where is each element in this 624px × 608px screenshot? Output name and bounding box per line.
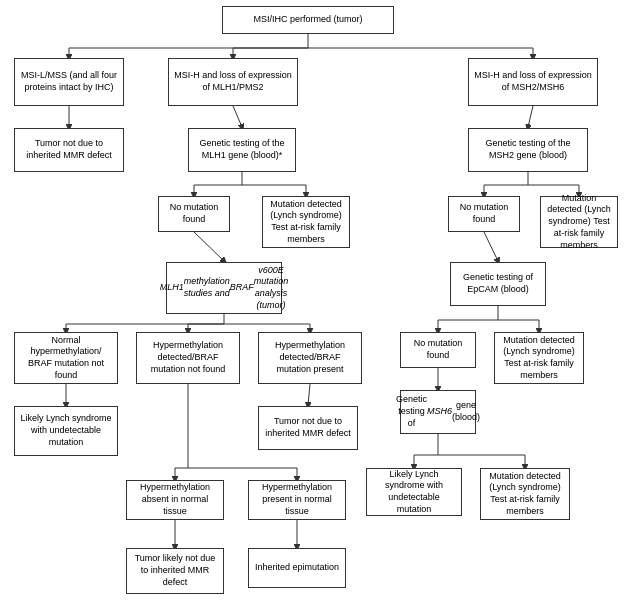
node-mut_det_epcam: Mutation detected (Lynch syndrome) Test … xyxy=(494,332,584,384)
node-mut_det_msh6: Mutation detected (Lynch syndrome) Test … xyxy=(480,468,570,520)
svg-line-9 xyxy=(233,106,242,127)
node-genetic_msh6: Genetic testing of MSH6 gene (blood) xyxy=(400,390,476,434)
node-mut_det_msh2: Mutation detected (Lynch syndrome) Test … xyxy=(540,196,618,248)
node-epcam: Genetic testing of EpCAM (blood) xyxy=(450,262,546,306)
node-mlh1_studies: MLH1 methylation studies and BRAF v600E … xyxy=(166,262,282,314)
svg-line-21 xyxy=(194,232,224,261)
svg-line-47 xyxy=(484,232,498,261)
node-genetic_msh2: Genetic testing of the MSH2 gene (blood) xyxy=(468,128,588,172)
node-mut_det_mlh1: Mutation detected (Lynch syndrome) Test … xyxy=(262,196,350,248)
node-no_mut_epcam: No mutation found xyxy=(400,332,476,368)
node-hyper_absent: Hypermethylation absent in normal tissue xyxy=(126,480,224,520)
node-no_mut_msh2: No mutation found xyxy=(448,196,520,232)
node-hyper_braf_not: Hypermethylation detected/BRAF mutation … xyxy=(136,332,240,384)
node-msi_l: MSI-L/MSS (and all four proteins intact … xyxy=(14,58,124,106)
node-not_inherited2: Tumor not due to inherited MMR defect xyxy=(258,406,358,450)
flowchart-diagram: MSI/IHC performed (tumor)MSI-L/MSS (and … xyxy=(0,0,624,608)
node-normal_hyper: Normal hypermethylation/ BRAF mutation n… xyxy=(14,332,118,384)
node-msi_h_msh2: MSI-H and loss of expression of MSH2/MSH… xyxy=(468,58,598,106)
node-tumor_not_inherited2: Tumor likely not due to inherited MMR de… xyxy=(126,548,224,594)
svg-line-10 xyxy=(528,106,533,127)
node-top: MSI/IHC performed (tumor) xyxy=(222,6,394,34)
node-inherited_epi: Inherited epimutation xyxy=(248,548,346,588)
node-not_inherited1: Tumor not due to inherited MMR defect xyxy=(14,128,124,172)
node-msi_h_mlh1: MSI-H and loss of expression of MLH1/PMS… xyxy=(168,58,298,106)
node-likely_lynch2: Likely Lynch syndrome with undetectable … xyxy=(366,468,462,516)
node-genetic_mlh1: Genetic testing of the MLH1 gene (blood)… xyxy=(188,128,296,172)
svg-line-41 xyxy=(308,384,310,405)
node-no_mut_mlh1: No mutation found xyxy=(158,196,230,232)
node-hyper_present: Hypermethylation present in normal tissu… xyxy=(248,480,346,520)
node-hyper_braf_yes: Hypermethylation detected/BRAF mutation … xyxy=(258,332,362,384)
node-likely_lynch1: Likely Lynch syndrome with undetectable … xyxy=(14,406,118,456)
